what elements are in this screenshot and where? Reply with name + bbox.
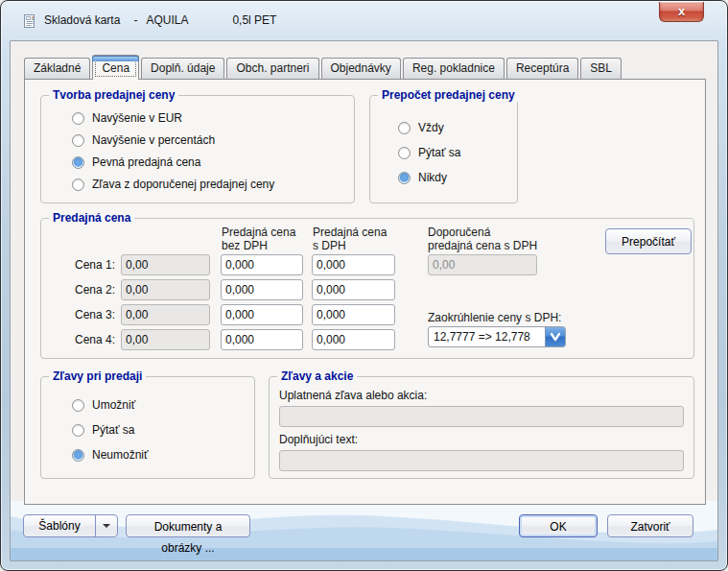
- radio-umoznit[interactable]: Umožniť: [72, 398, 254, 412]
- uplatnena-zlava-label: Uplatnená zľava alebo akcia:: [279, 389, 684, 402]
- cena1-s-dph-input[interactable]: [312, 254, 395, 275]
- group-title: Predajná cena: [49, 211, 134, 225]
- dokumenty-a-obrazky-button[interactable]: Dokumenty a obrázky ...: [126, 514, 250, 537]
- title-separator: -: [133, 13, 137, 27]
- cena1-bez-dph-input[interactable]: [221, 254, 303, 275]
- radio-pytat-sa[interactable]: Pýtať sa: [398, 146, 517, 159]
- radio-icon: [72, 112, 84, 125]
- radio-icon: [72, 134, 84, 147]
- radio-icon: [72, 178, 84, 191]
- radio-neumoznit[interactable]: Neumožniť: [72, 448, 254, 462]
- radio-zlava-z-doporucenej[interactable]: Zľava z doporučenej predajnej ceny: [72, 178, 354, 191]
- column-header-bez-dph: Predajná cena bez DPH: [222, 226, 295, 252]
- chevron-down-icon[interactable]: [545, 327, 565, 346]
- price-row-cena1: Cena 1:: [41, 254, 693, 275]
- radio-vzdy[interactable]: Vždy: [398, 121, 517, 134]
- sablony-split-button: Šablóny: [23, 514, 118, 537]
- radio-icon: [398, 122, 411, 134]
- cena2-bez-dph-input[interactable]: [221, 279, 303, 300]
- cena3-s-dph-input[interactable]: [312, 304, 395, 325]
- caret-down-icon: [103, 524, 110, 528]
- rounding-selected-value: 12,7777 => 12,778: [429, 330, 545, 344]
- group-prepocet-predajnej-ceny: Prepočet predajnej ceny Vždy Pýtať sa Ni…: [369, 95, 518, 203]
- cena4-s-dph-input[interactable]: [312, 329, 395, 350]
- column-header-s-dph: Predajná cena s DPH: [313, 226, 387, 252]
- doplnujuci-text-label: Doplňujúci text:: [279, 433, 684, 446]
- ok-button[interactable]: OK: [519, 514, 598, 537]
- radio-icon: [398, 172, 411, 184]
- tab-receptura[interactable]: Receptúra: [506, 58, 578, 79]
- doplnujuci-text-input: [279, 450, 684, 471]
- window-title: Skladová karta-AQUILA0,5l PET: [44, 13, 276, 27]
- document-icon: [22, 13, 37, 29]
- tab-zakladne[interactable]: Základné: [24, 58, 90, 79]
- tab-cena[interactable]: Cena: [92, 55, 139, 80]
- tab-bar: Základné Cena Doplň. údaje Obch. partner…: [24, 54, 622, 79]
- close-button[interactable]: x: [659, 2, 704, 22]
- group-predajna-cena: Predajná cena Predajná cena bez DPH Pred…: [40, 218, 694, 359]
- cena4-zakladna-input: [121, 329, 210, 350]
- footer-bar: Šablóny Dokumenty a obrázky ... OK Zatvo…: [11, 501, 717, 560]
- title-app: Skladová karta: [44, 13, 120, 27]
- tab-panel-cena: Tvorba predajnej ceny Navýšenie v EUR Na…: [24, 79, 706, 505]
- tab-objednavky[interactable]: Objednávky: [321, 58, 401, 79]
- sablony-button[interactable]: Šablóny: [24, 515, 95, 536]
- doporucena-cena-input: [428, 254, 537, 275]
- skladova-karta-window: Skladová karta-AQUILA0,5l PET x Základné…: [0, 0, 728, 571]
- price-row-cena4: Cena 4:: [41, 329, 693, 350]
- titlebar[interactable]: Skladová karta-AQUILA0,5l PET x: [1, 1, 727, 40]
- sablony-dropdown-button[interactable]: [95, 515, 117, 536]
- dialog-body: Základné Cena Doplň. údaje Obch. partner…: [10, 40, 718, 561]
- radio-pevna-predajna-cena[interactable]: Pevná predajná cena: [72, 155, 354, 169]
- title-item-name: AQUILA: [146, 13, 188, 27]
- title-item-detail: 0,5l PET: [232, 13, 276, 27]
- radio-pytat-sa-zlavy[interactable]: Pýtať sa: [72, 423, 254, 437]
- prepocitat-button[interactable]: Prepočítať: [605, 228, 692, 254]
- rounding-label: Zaokrúhlenie ceny s DPH:: [428, 311, 561, 324]
- row-label: Cena 2:: [41, 283, 115, 297]
- cena3-bez-dph-input[interactable]: [221, 304, 303, 325]
- radio-icon: [72, 399, 84, 412]
- zatvorit-button[interactable]: Zatvoriť: [607, 514, 693, 537]
- radio-icon: [72, 424, 84, 437]
- radio-nikdy[interactable]: Nikdy: [398, 171, 517, 184]
- radio-icon: [72, 156, 84, 169]
- tab-obch-partneri[interactable]: Obch. partneri: [226, 58, 318, 79]
- group-title: Zľavy a akcie: [277, 369, 357, 383]
- radio-navysenie-v-percentach[interactable]: Navýšenie v percentách: [72, 133, 354, 147]
- radio-navysenie-v-eur[interactable]: Navýšenie v EUR: [72, 111, 354, 125]
- rounding-select[interactable]: 12,7777 => 12,778: [428, 326, 566, 347]
- row-label: Cena 3:: [41, 308, 115, 321]
- group-zlavy-a-akcie: Zľavy a akcie Uplatnená zľava alebo akci…: [269, 376, 694, 479]
- cena4-bez-dph-input[interactable]: [221, 329, 303, 350]
- cena3-zakladna-input: [121, 304, 210, 325]
- column-header-doporucena: Doporučená predajná cena s DPH: [428, 226, 537, 252]
- close-icon: x: [678, 4, 685, 18]
- tab-dopln-udaje[interactable]: Doplň. údaje: [141, 58, 224, 79]
- tab-sbl[interactable]: SBL: [580, 58, 622, 79]
- cena1-zakladna-input: [121, 254, 210, 275]
- group-tvorba-predajnej-ceny: Tvorba predajnej ceny Navýšenie v EUR Na…: [40, 95, 355, 203]
- radio-icon: [398, 147, 411, 159]
- price-row-cena3: Cena 3:: [41, 304, 693, 325]
- row-label: Cena 1:: [41, 258, 115, 272]
- price-row-cena2: Cena 2:: [41, 279, 693, 300]
- radio-icon: [72, 449, 84, 462]
- uplatnena-zlava-input: [279, 406, 684, 427]
- row-label: Cena 4:: [41, 333, 115, 346]
- cena2-s-dph-input[interactable]: [312, 279, 395, 300]
- cena2-zakladna-input: [121, 279, 210, 300]
- tab-reg-pokladnice[interactable]: Reg. pokladnice: [403, 58, 505, 79]
- group-zlavy-pri-predaji: Zľavy pri predaji Umožniť Pýtať sa Neumo…: [40, 376, 255, 479]
